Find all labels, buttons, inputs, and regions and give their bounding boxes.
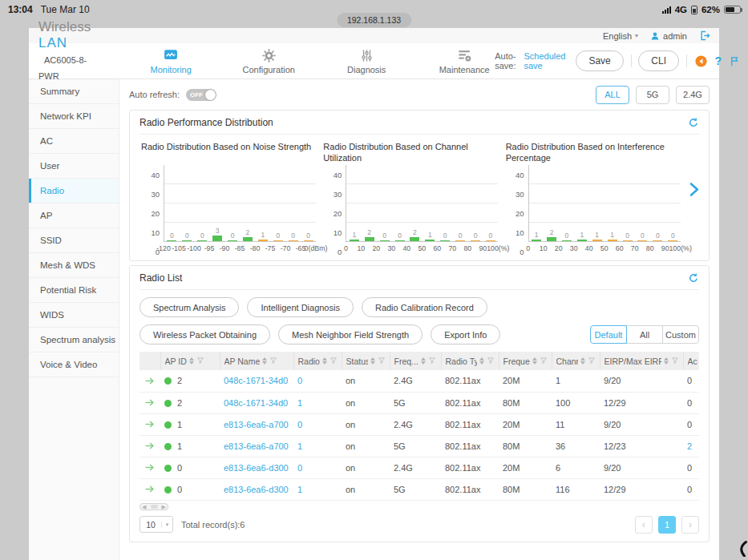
view-button-custom[interactable]: Custom bbox=[662, 325, 699, 344]
sort-icon[interactable] bbox=[189, 357, 194, 365]
url-pill[interactable]: 192.168.1.133 bbox=[337, 13, 411, 27]
horizontal-scrollbar[interactable]: ◀ ▶ bbox=[139, 503, 168, 510]
filter-icon[interactable] bbox=[428, 357, 436, 366]
filter-icon[interactable] bbox=[196, 357, 204, 366]
current-page[interactable]: 1 bbox=[658, 516, 676, 534]
band-button-all[interactable]: ALL bbox=[596, 86, 629, 104]
radio-id-link[interactable]: 1 bbox=[297, 485, 302, 494]
radio-id-link[interactable]: 1 bbox=[297, 441, 302, 451]
sidebar-item-ssid[interactable]: SSID bbox=[29, 228, 119, 253]
sidebar-item-mesh-wds[interactable]: Mesh & WDS bbox=[29, 253, 119, 278]
autosave-value[interactable]: Scheduled save bbox=[524, 51, 565, 71]
column-header-ac[interactable]: Ac bbox=[683, 352, 699, 370]
intelligent-diagnosis-button[interactable]: Intelligent Diagnosis bbox=[247, 297, 353, 317]
expand-row-icon[interactable] bbox=[144, 418, 156, 430]
wireless-packet-obtaining-button[interactable]: Wireless Packet Obtaining bbox=[139, 324, 270, 344]
filter-icon[interactable] bbox=[588, 357, 596, 366]
radio-id-link[interactable]: 1 bbox=[297, 398, 302, 408]
band-button-2-4g[interactable]: 2.4G bbox=[676, 86, 710, 104]
sidebar-item-potential-risk[interactable]: Potential Risk bbox=[29, 278, 119, 303]
filter-icon[interactable] bbox=[269, 357, 277, 366]
nav-item-configuration[interactable]: Configuration bbox=[238, 47, 299, 75]
sort-icon[interactable] bbox=[421, 357, 426, 365]
sidebar-item-summary[interactable]: Summary bbox=[29, 79, 119, 104]
view-button-default[interactable]: Default bbox=[590, 325, 627, 344]
view-button-all[interactable]: All bbox=[626, 325, 663, 344]
ap-name-link[interactable]: 048c-1671-34d0 bbox=[224, 398, 288, 408]
auto-refresh-toggle[interactable]: OFF bbox=[186, 89, 216, 101]
spectrum-analysis-button[interactable]: Spectrum Analysis bbox=[139, 297, 239, 317]
user-menu[interactable]: admin bbox=[650, 31, 687, 41]
scroll-right-icon[interactable]: ▶ bbox=[162, 504, 166, 510]
flag-icon[interactable] bbox=[729, 55, 741, 67]
chevron-right-icon[interactable] bbox=[685, 181, 702, 201]
filter-icon[interactable] bbox=[540, 357, 548, 366]
column-header-radio-ty[interactable]: Radio Ty... bbox=[441, 352, 499, 370]
ap-name-link[interactable]: e813-6ea6-a700 bbox=[224, 441, 289, 451]
sort-icon[interactable] bbox=[479, 357, 484, 365]
column-header-eirp-max-eirp-d[interactable]: EIRP/Max EIRP (d... bbox=[600, 352, 683, 370]
access-users-link[interactable]: 2 bbox=[687, 441, 692, 451]
sidebar-item-wids[interactable]: WIDS bbox=[29, 303, 119, 328]
sidebar-item-radio[interactable]: Radio bbox=[29, 179, 119, 203]
filter-icon[interactable] bbox=[330, 357, 338, 366]
column-header-freque[interactable]: Freque... bbox=[499, 352, 552, 370]
page-size-select[interactable]: 10 ▾ bbox=[139, 516, 173, 533]
expand-row-icon[interactable] bbox=[144, 375, 156, 387]
column-header-radio-i[interactable]: Radio I... bbox=[293, 352, 342, 370]
sort-icon[interactable] bbox=[370, 357, 375, 365]
ap-name-link[interactable]: e813-6ea6-d300 bbox=[224, 463, 289, 473]
sort-icon[interactable] bbox=[322, 357, 327, 365]
sort-icon[interactable] bbox=[580, 357, 585, 365]
sidebar-item-ap[interactable]: AP bbox=[29, 203, 119, 228]
radio-id-link[interactable]: 0 bbox=[297, 463, 302, 473]
refresh-icon[interactable] bbox=[688, 272, 699, 284]
expand-row-icon[interactable] bbox=[144, 461, 156, 473]
radio-calibration-record-button[interactable]: Radio Calibration Record bbox=[362, 297, 487, 317]
nav-item-maintenance[interactable]: Maintenance bbox=[434, 47, 495, 75]
cli-button[interactable]: CLI bbox=[638, 50, 679, 71]
prev-page-button[interactable]: ‹ bbox=[635, 516, 653, 534]
expand-row-icon[interactable] bbox=[144, 440, 156, 452]
band-button-5g[interactable]: 5G bbox=[636, 86, 669, 104]
sort-icon[interactable] bbox=[262, 357, 267, 365]
column-header-freq[interactable]: Freq... bbox=[390, 352, 441, 370]
language-selector[interactable]: English ▾ bbox=[603, 31, 638, 41]
column-header-chann[interactable]: Chann... bbox=[552, 352, 600, 370]
expand-row-icon[interactable] bbox=[144, 483, 156, 495]
radio-id-link[interactable]: 0 bbox=[297, 376, 302, 385]
scroll-left-icon[interactable]: ◀ bbox=[142, 504, 146, 510]
export-info-button[interactable]: Export Info bbox=[431, 324, 500, 344]
refresh-icon[interactable] bbox=[688, 117, 699, 128]
help-icon[interactable]: ? bbox=[715, 54, 722, 67]
bar bbox=[637, 240, 647, 242]
column-header-ap-id[interactable]: AP ID bbox=[160, 352, 220, 370]
radio-id-link[interactable]: 0 bbox=[297, 420, 302, 429]
feedback-icon[interactable] bbox=[694, 54, 708, 68]
filter-icon[interactable] bbox=[671, 357, 679, 366]
sidebar-item-user[interactable]: User bbox=[29, 154, 119, 179]
sidebar-item-ac[interactable]: AC bbox=[29, 129, 119, 154]
ap-name-link[interactable]: e813-6ea6-a700 bbox=[224, 420, 289, 429]
expand-row-icon[interactable] bbox=[144, 397, 156, 409]
filter-icon[interactable] bbox=[378, 357, 386, 366]
sidebar-item-network-kpi[interactable]: Network KPI bbox=[29, 104, 119, 129]
scrollbar-thumb[interactable] bbox=[151, 505, 158, 509]
save-button[interactable]: Save bbox=[576, 50, 623, 71]
next-page-button[interactable]: › bbox=[681, 516, 699, 534]
nav-item-diagnosis[interactable]: Diagnosis bbox=[336, 47, 397, 75]
cell-channel: 11 bbox=[556, 420, 564, 429]
sidebar-item-spectrum-analysis[interactable]: Spectrum analysis bbox=[29, 328, 119, 353]
filter-icon[interactable] bbox=[487, 357, 495, 366]
column-header-ap-name[interactable]: AP Name bbox=[220, 352, 293, 370]
nav-item-monitoring[interactable]: Monitoring bbox=[140, 47, 201, 75]
ap-name-link[interactable]: e813-6ea6-d300 bbox=[224, 485, 289, 494]
sidebar-item-voice-video[interactable]: Voice & Video bbox=[29, 353, 119, 377]
column-header-status[interactable]: Status bbox=[342, 352, 390, 370]
ap-name-link[interactable]: 048c-1671-34d0 bbox=[224, 376, 288, 385]
sort-icon[interactable] bbox=[664, 357, 669, 365]
sort-icon[interactable] bbox=[532, 357, 537, 365]
radio-table-wrap[interactable]: AP IDAP NameRadio I...StatusFreq...Radio… bbox=[139, 352, 699, 501]
logout-icon[interactable] bbox=[699, 30, 711, 42]
mesh-neighbor-field-strength-button[interactable]: Mesh Neighbor Field Strength bbox=[278, 324, 423, 344]
